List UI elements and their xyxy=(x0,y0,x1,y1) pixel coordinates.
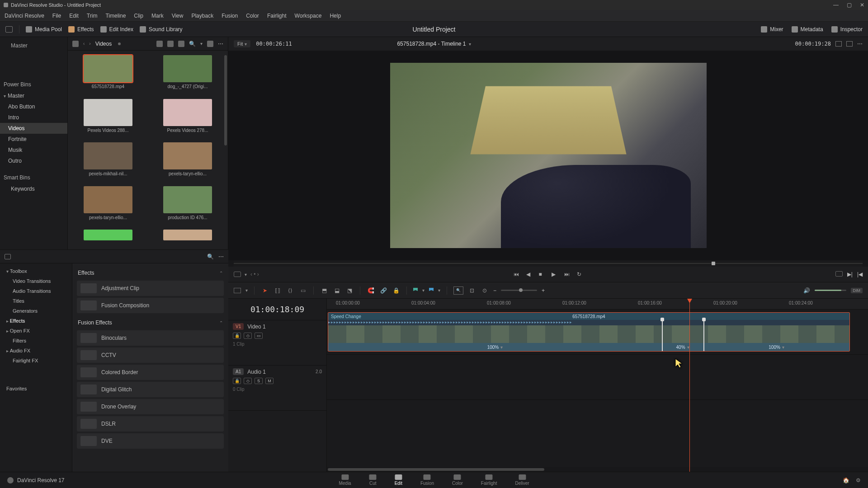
effects-tree-audio-transitions[interactable]: Audio Transitions xyxy=(0,286,72,296)
close-button[interactable]: ✕ xyxy=(860,2,864,8)
bin-item-abo-button[interactable]: Abo Button xyxy=(0,101,67,112)
play-button[interactable]: ▶ xyxy=(552,271,558,277)
collapse-icon[interactable]: ⌃ xyxy=(219,271,223,276)
volume-icon[interactable]: 🔊 xyxy=(803,287,810,294)
effects-tree-open-fx[interactable]: ▸ Open FX xyxy=(0,326,72,336)
list-view-icon[interactable] xyxy=(178,41,184,47)
power-master[interactable]: ▾Master xyxy=(0,90,67,101)
video-clip[interactable]: Speed Change 657518728.mp4 ▸▸▸▸▸▸▸▸▸▸▸▸▸… xyxy=(328,312,850,352)
trim-tool[interactable]: ⟦⟧ xyxy=(274,286,282,295)
zoom-full-icon[interactable]: ⊡ xyxy=(468,286,476,295)
index-icon[interactable]: 🔍 xyxy=(453,286,463,295)
dual-viewer-icon[interactable] xyxy=(846,41,853,47)
viewer-scrubber[interactable] xyxy=(234,260,863,267)
video-track-lane[interactable]: Speed Change 657518728.mp4 ▸▸▸▸▸▸▸▸▸▸▸▸▸… xyxy=(327,310,868,355)
viewer-options-icon[interactable]: ⋯ xyxy=(857,41,863,47)
minimize-button[interactable]: — xyxy=(833,2,839,8)
mixer-toggle[interactable]: Mixer xyxy=(761,26,783,33)
effect-item[interactable]: CCTV xyxy=(77,347,224,363)
menu-timeline[interactable]: Timeline xyxy=(105,13,126,19)
marker-icon[interactable] xyxy=(429,288,434,293)
search-icon[interactable]: 🔍 xyxy=(189,41,196,47)
single-viewer-icon[interactable] xyxy=(835,41,842,47)
menu-clip[interactable]: Clip xyxy=(134,13,143,19)
match-frame-icon[interactable] xyxy=(835,271,843,277)
effects-tree-fairlight-fx[interactable]: Fairlight FX xyxy=(0,356,72,366)
media-scrollbar[interactable] xyxy=(224,55,227,145)
snap-toggle[interactable]: 🧲 xyxy=(367,286,375,295)
effects-tree-audio-fx[interactable]: ▸ Audio FX xyxy=(0,346,72,356)
menu-trim[interactable]: Trim xyxy=(87,13,98,19)
effect-item[interactable]: DSLR xyxy=(77,416,224,432)
speed-segment[interactable]: 100% ▾ xyxy=(703,343,849,351)
bin-item-musik[interactable]: Musik xyxy=(0,145,67,155)
inspector-toggle[interactable]: Inspector xyxy=(831,26,863,33)
effects-toggle[interactable]: Effects xyxy=(68,26,94,33)
menu-fairlight[interactable]: Fairlight xyxy=(267,13,287,19)
sound-library-toggle[interactable]: Sound Library xyxy=(140,26,183,33)
media-clip[interactable]: Pexels Videos 278... xyxy=(152,99,223,137)
menu-workspace[interactable]: Workspace xyxy=(295,13,322,19)
effect-item[interactable]: Adjustment Clip xyxy=(77,281,224,296)
lock-toggle[interactable]: 🔒 xyxy=(392,286,400,295)
dynamic-trim-tool[interactable]: ⟨⟩ xyxy=(286,286,294,295)
timeline-view-icon[interactable] xyxy=(234,288,241,293)
scrub-handle[interactable] xyxy=(712,262,715,265)
audio-solo-button[interactable]: S xyxy=(255,378,263,384)
audio-mute-button[interactable]: M xyxy=(265,378,274,384)
menu-file[interactable]: File xyxy=(52,13,61,19)
volume-slider[interactable] xyxy=(815,290,846,291)
master-bin[interactable]: Master xyxy=(0,40,67,52)
dim-toggle[interactable]: DIM xyxy=(851,288,863,293)
bypass-icon[interactable] xyxy=(234,272,241,277)
bin-dropdown-icon[interactable] xyxy=(72,41,79,47)
layout-icon[interactable] xyxy=(5,26,13,33)
link-toggle[interactable]: 🔗 xyxy=(379,286,387,295)
track-enable-icon[interactable]: ▭ xyxy=(255,333,263,339)
replace-clip-icon[interactable]: ⬔ xyxy=(345,286,354,295)
sort-icon[interactable] xyxy=(207,41,213,47)
effects-view-icon[interactable] xyxy=(5,254,11,259)
zoom-slider[interactable] xyxy=(501,290,537,291)
smart-bins-header[interactable]: Smart Bins xyxy=(0,172,67,183)
menu-color[interactable]: Color xyxy=(246,13,259,19)
audio-auto-icon[interactable]: ◇ xyxy=(244,378,252,384)
menu-view[interactable]: View xyxy=(172,13,184,19)
favorites-item[interactable]: Favorites xyxy=(0,384,72,394)
audio-lock-icon[interactable]: 🔒 xyxy=(233,378,241,384)
speed-segment[interactable]: 40% ▾ xyxy=(662,343,703,351)
effects-tree-generators[interactable]: Generators xyxy=(0,306,72,316)
media-clip[interactable]: 657518728.mp4 xyxy=(72,55,144,94)
effect-item[interactable]: Fusion Composition xyxy=(77,298,224,313)
power-bins-header[interactable]: Power Bins xyxy=(0,79,67,90)
loop-button[interactable]: ↻ xyxy=(577,271,583,277)
media-clip[interactable]: Pexels Videos 288... xyxy=(72,99,144,137)
page-fairlight[interactable]: Fairlight xyxy=(481,474,497,486)
page-cut[interactable]: Cut xyxy=(369,474,377,486)
jump-first-button[interactable]: ⏮ xyxy=(514,271,520,277)
page-media[interactable]: Media xyxy=(339,474,351,486)
nav-back-icon[interactable]: ‹ xyxy=(83,41,85,46)
go-prev-icon[interactable]: |◀ xyxy=(857,271,863,277)
effect-item[interactable]: Digital Glitch xyxy=(77,382,224,397)
metadata-toggle[interactable]: Metadata xyxy=(792,26,823,33)
effects-options-icon[interactable]: ⋯ xyxy=(218,253,224,260)
media-clip[interactable] xyxy=(72,230,144,245)
video-track-badge[interactable]: V1 xyxy=(233,323,244,330)
maximize-button[interactable]: ▢ xyxy=(847,2,852,8)
selection-tool[interactable]: ➤ xyxy=(261,286,269,295)
project-settings-icon[interactable]: ⚙ xyxy=(856,477,861,483)
options-icon[interactable]: ⋯ xyxy=(218,41,223,47)
effect-item[interactable]: DVE xyxy=(77,433,224,449)
effect-item[interactable]: Colored Border xyxy=(77,365,224,380)
media-pool-toggle[interactable]: Media Pool xyxy=(26,26,62,33)
bin-item-outro[interactable]: Outro xyxy=(0,155,67,166)
track-lock-icon[interactable]: 🔒 xyxy=(233,333,241,339)
menu-playback[interactable]: Playback xyxy=(191,13,213,19)
media-clip[interactable]: production ID 476... xyxy=(152,186,223,225)
audio-track-lane[interactable] xyxy=(327,355,868,400)
speed-point-handle[interactable] xyxy=(662,319,663,351)
bin-item-videos[interactable]: Videos xyxy=(0,123,67,134)
effects-tree-filters[interactable]: Filters xyxy=(0,336,72,346)
page-edit[interactable]: Edit xyxy=(395,474,402,486)
